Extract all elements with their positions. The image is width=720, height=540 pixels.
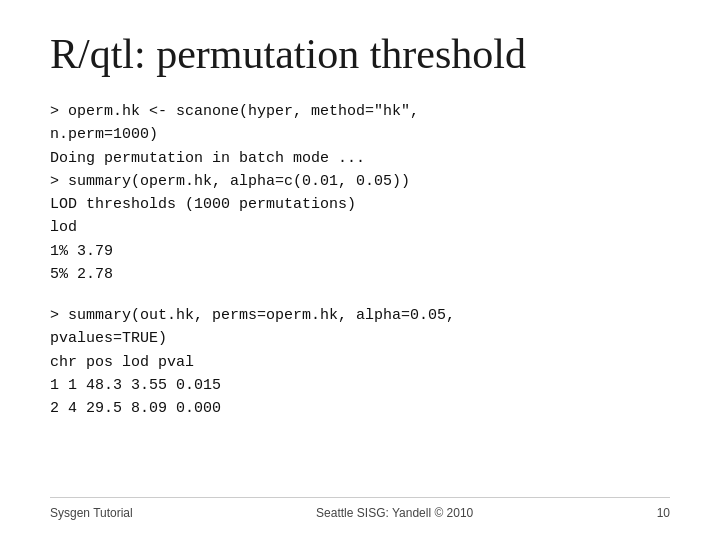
footer: Sysgen Tutorial Seattle SISG: Yandell © …	[50, 497, 670, 520]
code-line-12: 1 1 48.3 3.55 0.015	[50, 374, 670, 397]
page: R/qtl: permutation threshold > operm.hk …	[0, 0, 720, 540]
code-block: > operm.hk <- scanone(hyper, method="hk"…	[50, 100, 670, 497]
footer-center: Seattle SISG: Yandell © 2010	[316, 506, 473, 520]
code-line-6: lod	[50, 216, 670, 239]
code-line-4: > summary(operm.hk, alpha=c(0.01, 0.05))	[50, 170, 670, 193]
code-section-1: > operm.hk <- scanone(hyper, method="hk"…	[50, 100, 670, 286]
code-section-2: > summary(out.hk, perms=operm.hk, alpha=…	[50, 304, 670, 420]
page-title: R/qtl: permutation threshold	[50, 30, 670, 78]
code-line-8: 5% 2.78	[50, 263, 670, 286]
code-line-7: 1% 3.79	[50, 240, 670, 263]
code-line-10: pvalues=TRUE)	[50, 327, 670, 350]
code-line-2: n.perm=1000)	[50, 123, 670, 146]
code-line-13: 2 4 29.5 8.09 0.000	[50, 397, 670, 420]
code-line-1: > operm.hk <- scanone(hyper, method="hk"…	[50, 100, 670, 123]
footer-right: 10	[657, 506, 670, 520]
code-line-3: Doing permutation in batch mode ...	[50, 147, 670, 170]
code-line-11: chr pos lod pval	[50, 351, 670, 374]
code-line-9: > summary(out.hk, perms=operm.hk, alpha=…	[50, 304, 670, 327]
footer-left: Sysgen Tutorial	[50, 506, 133, 520]
code-line-5: LOD thresholds (1000 permutations)	[50, 193, 670, 216]
